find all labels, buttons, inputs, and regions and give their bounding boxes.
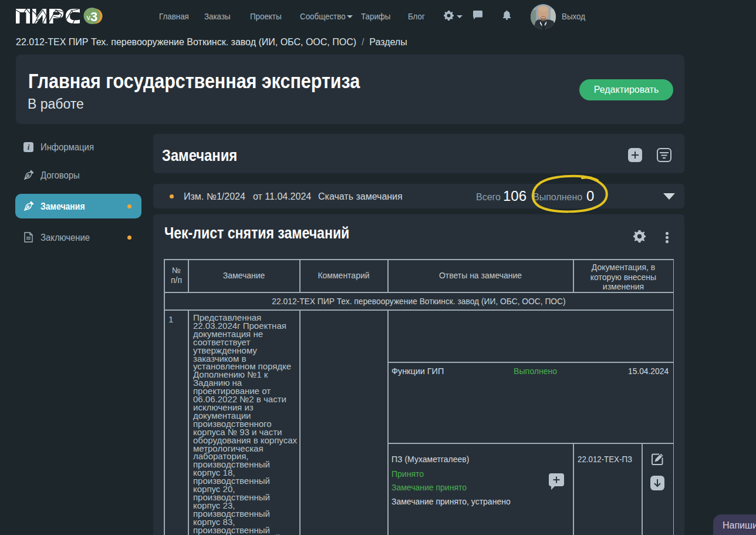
svg-text:3: 3 (90, 9, 97, 24)
svg-text:i: i (28, 143, 30, 152)
